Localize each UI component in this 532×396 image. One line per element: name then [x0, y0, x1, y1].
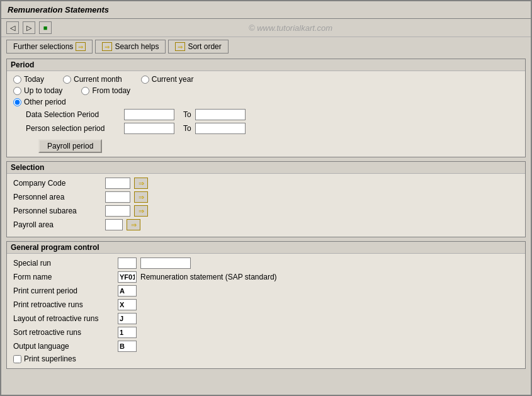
layout-retroactive-runs-row: Layout of retroactive runs — [13, 313, 519, 324]
company-code-arrow-button[interactable]: ⇒ — [134, 178, 148, 189]
sort-retroactive-runs-row: Sort retroactive runs — [13, 327, 519, 338]
title-bar: Remuneration Statements — [1, 1, 531, 19]
general-program-title: General program control — [7, 242, 525, 254]
radio-other-period-input[interactable] — [13, 98, 21, 106]
search-helps-label: Search helps — [115, 42, 159, 51]
radio-up-to-today-input[interactable] — [13, 87, 21, 95]
personnel-subarea-input[interactable] — [105, 205, 130, 217]
data-selection-period-row: Data Selection Period To — [26, 109, 519, 120]
save-icon[interactable]: ■ — [39, 21, 52, 34]
content-area: Period Today Current month Current year — [1, 56, 531, 375]
layout-retroactive-runs-label: Layout of retroactive runs — [13, 314, 114, 323]
period-section-title: Period — [7, 59, 525, 71]
period-row-2: Up to today From today — [13, 86, 519, 95]
radio-today-input[interactable] — [13, 76, 21, 84]
output-language-input[interactable] — [118, 341, 137, 352]
period-section-body: Today Current month Current year Up to t… — [7, 71, 525, 157]
special-run-row: Special run — [13, 257, 519, 269]
personnel-area-input[interactable] — [105, 191, 130, 203]
form-name-input[interactable] — [118, 271, 137, 283]
radio-other-period[interactable]: Other period — [13, 98, 66, 106]
personnel-area-row: Personnel area ⇒ — [13, 191, 519, 203]
radio-current-month-label: Current month — [74, 75, 122, 84]
forward-icon[interactable]: ▷ — [23, 21, 35, 34]
print-retroactive-runs-label: Print retroactive runs — [13, 300, 114, 309]
special-run-input2[interactable] — [140, 257, 191, 269]
radio-current-year[interactable]: Current year — [141, 75, 194, 84]
payroll-area-row: Payroll area ⇒ — [13, 219, 519, 230]
radio-today[interactable]: Today — [13, 75, 44, 84]
selection-section-title: Selection — [7, 162, 525, 174]
sort-retroactive-runs-input[interactable] — [118, 327, 137, 338]
payroll-area-input[interactable] — [105, 219, 123, 230]
print-current-period-input[interactable] — [118, 285, 137, 297]
company-code-input[interactable] — [105, 178, 130, 189]
personnel-subarea-row: Personnel subarea ⇒ — [13, 205, 519, 217]
radio-from-today-input[interactable] — [81, 87, 89, 95]
print-retroactive-runs-input[interactable] — [118, 299, 137, 310]
data-selection-period-from-input[interactable] — [124, 109, 174, 120]
search-helps-arrow-icon: ⇒ — [102, 42, 112, 51]
back-icon[interactable]: ◁ — [6, 21, 19, 34]
company-code-row: Company Code ⇒ — [13, 178, 519, 189]
radio-current-year-input[interactable] — [141, 76, 149, 84]
data-selection-period-to-label: To — [183, 110, 191, 119]
personnel-area-arrow-button[interactable]: ⇒ — [134, 191, 148, 203]
print-superlines-row: Print superlines — [13, 354, 519, 363]
radio-from-today-label: From today — [92, 86, 130, 95]
general-program-section: General program control Special run Form… — [6, 241, 526, 369]
person-selection-period-label: Person selection period — [26, 124, 120, 133]
form-name-label: Form name — [13, 273, 114, 281]
tab-search-helps[interactable]: ⇒ Search helps — [95, 40, 166, 54]
toolbar: ◁ ▷ ■ © www.tutorialkart.com — [1, 19, 531, 37]
sort-order-label: Sort order — [188, 42, 221, 51]
period-row-1: Today Current month Current year — [13, 75, 519, 84]
radio-up-to-today-label: Up to today — [24, 86, 62, 95]
person-selection-period-to-input[interactable] — [195, 123, 246, 134]
print-superlines-checkbox[interactable] — [13, 355, 21, 363]
radio-other-period-label: Other period — [24, 98, 66, 106]
further-selections-arrow-icon: ⇒ — [76, 42, 86, 51]
payroll-period-button[interactable]: Payroll period — [38, 139, 102, 153]
personnel-subarea-label: Personnel subarea — [13, 206, 101, 215]
sort-order-arrow-icon: ⇒ — [175, 42, 185, 51]
print-superlines-label: Print superlines — [24, 354, 76, 363]
radio-today-label: Today — [24, 75, 44, 84]
tab-further-selections[interactable]: Further selections ⇒ — [6, 40, 93, 54]
special-run-input1[interactable] — [118, 257, 137, 269]
print-current-period-row: Print current period — [13, 285, 519, 297]
general-program-body: Special run Form name Remuneration state… — [7, 254, 525, 368]
selection-section: Selection Company Code ⇒ Personnel area … — [6, 161, 526, 237]
radio-current-month[interactable]: Current month — [63, 75, 122, 84]
print-current-period-label: Print current period — [13, 286, 114, 295]
data-selection-period-label: Data Selection Period — [26, 110, 120, 119]
print-retroactive-runs-row: Print retroactive runs — [13, 299, 519, 310]
tab-bar: Further selections ⇒ ⇒ Search helps ⇒ So… — [1, 37, 531, 56]
person-selection-period-to-label: To — [183, 124, 191, 133]
sort-retroactive-runs-label: Sort retroactive runs — [13, 328, 114, 337]
form-name-row: Form name Remuneration statement (SAP st… — [13, 271, 519, 283]
company-code-label: Company Code — [13, 179, 101, 188]
period-section: Period Today Current month Current year — [6, 59, 526, 157]
special-run-label: Special run — [13, 259, 114, 268]
payroll-area-arrow-button[interactable]: ⇒ — [127, 219, 140, 230]
further-selections-label: Further selections — [13, 42, 73, 51]
person-selection-period-row: Person selection period To — [26, 123, 519, 134]
payroll-area-label: Payroll area — [13, 220, 101, 229]
window-title: Remuneration Statements — [8, 5, 109, 14]
radio-from-today[interactable]: From today — [81, 86, 130, 95]
person-selection-period-from-input[interactable] — [124, 123, 174, 134]
radio-current-month-input[interactable] — [63, 76, 71, 84]
radio-up-to-today[interactable]: Up to today — [13, 86, 62, 95]
layout-retroactive-runs-input[interactable] — [118, 313, 137, 324]
selection-section-body: Company Code ⇒ Personnel area ⇒ Personne… — [7, 174, 525, 237]
radio-current-year-label: Current year — [152, 75, 194, 84]
watermark: © www.tutorialkart.com — [55, 23, 526, 33]
output-language-row: Output language — [13, 341, 519, 352]
personnel-area-label: Personnel area — [13, 193, 101, 201]
tab-sort-order[interactable]: ⇒ Sort order — [168, 40, 228, 54]
main-window: Remuneration Statements ◁ ▷ ■ © www.tuto… — [0, 0, 532, 396]
period-row-3: Other period — [13, 98, 519, 106]
personnel-subarea-arrow-button[interactable]: ⇒ — [134, 205, 148, 217]
data-selection-period-to-input[interactable] — [195, 109, 246, 120]
